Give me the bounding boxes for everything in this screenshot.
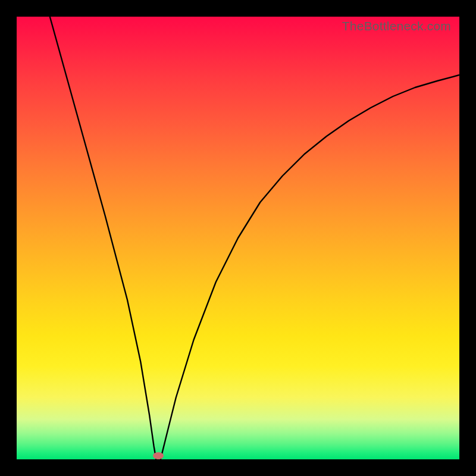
chart-frame: TheBottleneck.com xyxy=(0,0,476,476)
bottleneck-curve xyxy=(17,17,459,459)
plot-area: TheBottleneck.com xyxy=(17,17,459,459)
curve-right-branch xyxy=(161,75,459,459)
curve-left-branch xyxy=(50,17,156,459)
